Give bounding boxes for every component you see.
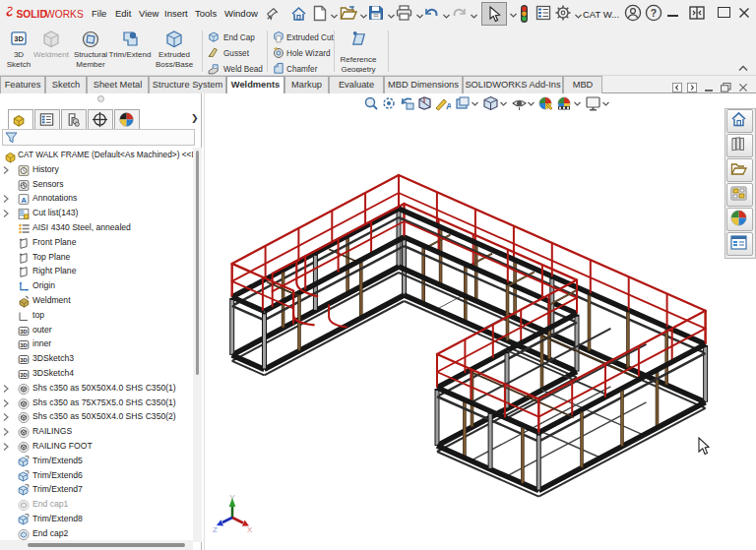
svg-text:Z: Z (213, 525, 218, 533)
svg-text:WORKS: WORKS (45, 9, 84, 20)
svg-text:X: X (247, 525, 253, 533)
svg-text:A: A (446, 101, 451, 111)
svg-text:3D: 3D (20, 357, 27, 363)
svg-text:A: A (21, 196, 27, 205)
svg-text:3D: 3D (14, 34, 24, 43)
svg-text:3D: 3D (20, 372, 27, 378)
svg-text:SOLID: SOLID (16, 9, 46, 20)
svg-text:?: ? (651, 8, 657, 19)
svg-text:3D: 3D (20, 342, 27, 348)
svg-text:3D: 3D (20, 329, 27, 335)
